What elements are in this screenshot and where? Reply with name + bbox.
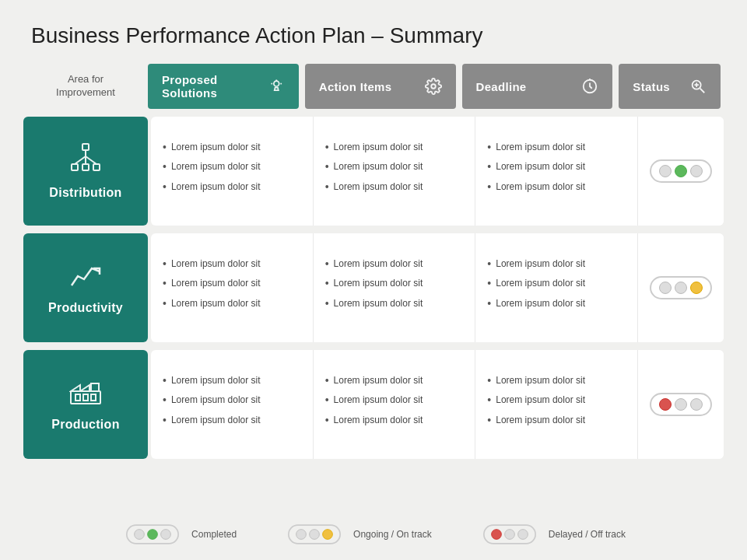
- header-actions: Action Items: [305, 64, 456, 109]
- light-1: [134, 529, 145, 540]
- page-title: Business Performance Action Plan – Summa…: [0, 0, 747, 64]
- list-item: Lorem ipsum dolor sit: [163, 161, 301, 173]
- deadline-label: Deadline: [476, 80, 527, 93]
- svg-rect-11: [82, 144, 89, 150]
- list-item: Lorem ipsum dolor sit: [325, 142, 464, 153]
- distribution-label: Distribution: [49, 186, 121, 200]
- legend-lights-completed: [126, 524, 179, 544]
- status-label: Status: [633, 80, 670, 93]
- distribution-status: [638, 117, 724, 226]
- light-2: [675, 165, 687, 177]
- list-item: Lorem ipsum dolor sit: [163, 181, 301, 193]
- header-status: Status: [619, 64, 721, 109]
- light-2: [504, 529, 515, 540]
- light-3: [322, 529, 333, 540]
- main-content: Area forImprovement Proposed Solutions A…: [0, 64, 747, 459]
- productivity-proposed: Lorem ipsum dolor sit Lorem ipsum dolor …: [151, 233, 314, 342]
- svg-line-16: [75, 156, 86, 164]
- production-row: Production Lorem ipsum dolor sit Lorem i…: [23, 350, 724, 459]
- ongoing-legend-label: Ongoing / On track: [353, 529, 432, 540]
- legend-lights-ongoing: [288, 524, 341, 544]
- distribution-proposed: Lorem ipsum dolor sit Lorem ipsum dolor …: [151, 117, 314, 226]
- traffic-lights-completed: [650, 159, 712, 183]
- productivity-deadline: Lorem ipsum dolor sit Lorem ipsum dolor …: [475, 233, 638, 342]
- completed-legend-label: Completed: [191, 529, 237, 540]
- svg-line-8: [700, 89, 705, 93]
- chart-icon: [70, 261, 101, 295]
- light-1: [659, 398, 672, 411]
- header-proposed: Proposed Solutions: [148, 64, 299, 109]
- svg-rect-22: [91, 383, 99, 391]
- svg-rect-23: [75, 394, 80, 401]
- svg-point-0: [274, 81, 279, 86]
- list-item: Lorem ipsum dolor sit: [163, 142, 301, 153]
- gear-icon: [425, 78, 442, 95]
- svg-point-4: [431, 84, 436, 89]
- area-improvement-label: Area forImprovement: [23, 64, 148, 109]
- area-distribution: Distribution: [23, 117, 148, 226]
- traffic-lights-delayed: [650, 393, 712, 416]
- list-item: Lorem ipsum dolor sit: [487, 181, 626, 193]
- list-item: Lorem ipsum dolor sit: [325, 415, 464, 426]
- distribution-row: Distribution Lorem ipsum dolor sit Lorem…: [23, 117, 724, 226]
- list-item: Lorem ipsum dolor sit: [325, 258, 464, 270]
- light-1: [659, 282, 672, 294]
- productivity-actions: Lorem ipsum dolor sit Lorem ipsum dolor …: [314, 233, 476, 342]
- search-plus-icon: [689, 78, 707, 95]
- light-1: [296, 529, 307, 540]
- distribution-deadline: Lorem ipsum dolor sit Lorem ipsum dolor …: [475, 117, 638, 226]
- distribution-actions: Lorem ipsum dolor sit Lorem ipsum dolor …: [314, 117, 476, 226]
- list-item: Lorem ipsum dolor sit: [325, 278, 464, 289]
- distribution-data: Lorem ipsum dolor sit Lorem ipsum dolor …: [151, 117, 724, 226]
- legend-lights-delayed: [483, 524, 536, 544]
- light-1: [491, 529, 502, 540]
- header-row: Area forImprovement Proposed Solutions A…: [23, 64, 724, 109]
- clock-icon: [581, 78, 598, 95]
- network-icon: [70, 142, 101, 180]
- light-2: [309, 529, 320, 540]
- bulb-icon: [268, 78, 285, 95]
- productivity-status: [638, 233, 724, 342]
- list-item: Lorem ipsum dolor sit: [325, 161, 464, 173]
- light-3: [690, 398, 703, 411]
- legend-ongoing: Ongoing / On track: [283, 523, 432, 546]
- light-3: [690, 282, 703, 294]
- list-item: Lorem ipsum dolor sit: [487, 415, 626, 426]
- list-item: Lorem ipsum dolor sit: [163, 375, 301, 387]
- svg-rect-13: [82, 164, 89, 170]
- svg-marker-21: [80, 385, 89, 391]
- svg-line-18: [86, 156, 96, 164]
- production-deadline: Lorem ipsum dolor sit Lorem ipsum dolor …: [475, 350, 638, 459]
- legend-footer: Completed Ongoing / On track Delayed / O…: [0, 523, 747, 546]
- production-proposed: Lorem ipsum dolor sit Lorem ipsum dolor …: [151, 350, 314, 459]
- light-2: [675, 282, 687, 294]
- list-item: Lorem ipsum dolor sit: [325, 375, 464, 387]
- svg-rect-25: [91, 394, 96, 401]
- light-3: [690, 165, 703, 177]
- area-production: Production: [23, 350, 148, 459]
- productivity-data: Lorem ipsum dolor sit Lorem ipsum dolor …: [151, 233, 724, 342]
- list-item: Lorem ipsum dolor sit: [163, 415, 301, 426]
- actions-label: Action Items: [319, 80, 392, 93]
- list-item: Lorem ipsum dolor sit: [163, 278, 301, 289]
- list-item: Lorem ipsum dolor sit: [487, 278, 626, 289]
- legend-delayed: Delayed / Off track: [479, 523, 626, 546]
- svg-rect-14: [93, 164, 100, 170]
- list-item: Lorem ipsum dolor sit: [325, 298, 464, 310]
- productivity-label: Productivity: [48, 301, 123, 315]
- factory-icon: [69, 377, 102, 411]
- list-item: Lorem ipsum dolor sit: [163, 394, 301, 406]
- light-3: [160, 529, 171, 540]
- svg-rect-12: [72, 164, 78, 170]
- svg-marker-20: [71, 385, 80, 391]
- list-item: Lorem ipsum dolor sit: [163, 258, 301, 270]
- list-item: Lorem ipsum dolor sit: [487, 258, 626, 270]
- light-2: [147, 529, 158, 540]
- header-deadline: Deadline: [462, 64, 613, 109]
- list-item: Lorem ipsum dolor sit: [487, 142, 626, 153]
- list-item: Lorem ipsum dolor sit: [487, 298, 626, 310]
- list-item: Lorem ipsum dolor sit: [487, 375, 626, 387]
- light-1: [659, 165, 672, 177]
- production-actions: Lorem ipsum dolor sit Lorem ipsum dolor …: [314, 350, 476, 459]
- legend-completed: Completed: [121, 523, 237, 546]
